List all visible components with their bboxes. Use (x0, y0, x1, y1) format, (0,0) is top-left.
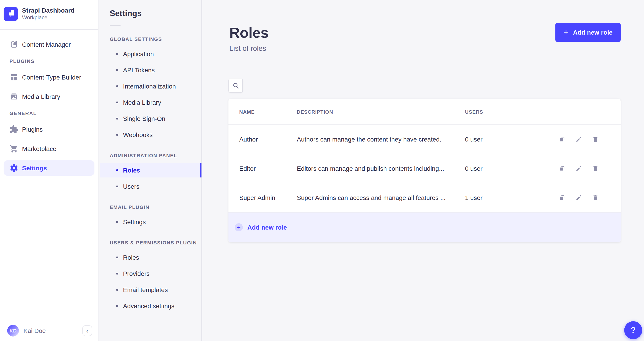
bullet-icon (116, 53, 118, 55)
sidebar-item-plugins[interactable]: Plugins (4, 122, 94, 137)
subnav-list-email-plugin: Settings (98, 215, 202, 229)
user-name: Kai Doe (24, 327, 46, 334)
plus-circle-icon: + (235, 223, 243, 231)
subnav-item-media-library-settings[interactable]: Media Library (100, 95, 200, 110)
table-row-author[interactable]: Author Authors can manage the content th… (228, 125, 620, 154)
role-name: Super Admin (228, 194, 297, 201)
subnav-item-label: Roles (123, 254, 139, 261)
sidebar-section-plugins: PLUGINS (4, 58, 94, 64)
sidebar-item-label: Settings (22, 164, 47, 172)
roles-table: NAME DESCRIPTION USERS Author Authors ca… (228, 99, 620, 242)
role-description: Editors can manage and publish contents … (297, 165, 465, 172)
gear-icon (10, 164, 18, 173)
plus-icon: + (237, 224, 240, 231)
subnav-item-roles[interactable]: Roles (100, 163, 202, 177)
subnav-item-webhooks[interactable]: Webhooks (100, 128, 200, 142)
subnav-item-advanced-settings[interactable]: Advanced settings (100, 299, 200, 313)
plus-icon: + (564, 28, 568, 36)
sidebar-item-label: Plugins (22, 126, 43, 133)
subnav-item-label: Webhooks (123, 131, 153, 138)
role-users-count: 1 user (465, 194, 532, 201)
table-row-super-admin[interactable]: Super Admin Super Admins can access and … (228, 183, 620, 213)
subnav-item-providers[interactable]: Providers (100, 266, 200, 281)
subnav-item-application[interactable]: Application (100, 47, 200, 61)
bullet-icon (116, 305, 118, 307)
subnav-item-internationalization[interactable]: Internationalization (100, 79, 200, 93)
subnav-item-single-sign-on[interactable]: Single Sign-On (100, 111, 200, 126)
delete-role-button[interactable] (592, 194, 599, 201)
duplicate-role-button[interactable] (558, 165, 566, 172)
column-header-description: DESCRIPTION (297, 109, 465, 114)
duplicate-role-button[interactable] (558, 136, 566, 143)
strapi-logo-icon (4, 7, 18, 21)
pencil-icon (575, 165, 582, 172)
subnav-item-label: Single Sign-On (123, 115, 165, 122)
bullet-icon (116, 257, 118, 259)
sidebar-user-bar: KD Kai Doe ‹ (0, 320, 98, 341)
subnav-item-email-settings[interactable]: Settings (100, 215, 200, 229)
subnav-item-label: Internationalization (123, 83, 176, 90)
bullet-icon (116, 221, 118, 223)
page-title: Roles (229, 25, 268, 41)
edit-role-button[interactable] (575, 136, 582, 143)
sidebar-item-content-manager[interactable]: Content Manager (4, 37, 94, 52)
delete-role-button[interactable] (592, 136, 599, 143)
app-title: Strapi Dashboard (22, 6, 74, 14)
bullet-icon (116, 134, 118, 136)
sidebar-item-settings[interactable]: Settings (4, 160, 94, 176)
trash-icon (592, 136, 599, 143)
subnav-list-users-permissions: Roles Providers Email templates Advanced… (98, 250, 202, 313)
subnav-item-label: API Tokens (123, 66, 155, 74)
bullet-icon (116, 273, 118, 275)
duplicate-role-button[interactable] (558, 194, 566, 201)
subnav-item-users[interactable]: Users (100, 179, 200, 194)
add-new-role-label: Add new role (573, 29, 612, 36)
subnav-item-email-templates[interactable]: Email templates (100, 283, 200, 297)
help-button[interactable]: ? (624, 321, 642, 339)
subnav-title-divider (110, 25, 120, 26)
bullet-icon (116, 169, 118, 171)
trash-icon (592, 165, 599, 172)
workspace-name: Workplace (22, 14, 74, 21)
subnav-section-administration-panel: ADMINISTRATION PANEL (110, 153, 202, 158)
sidebar-item-marketplace[interactable]: Marketplace (4, 141, 94, 156)
subnav-section-email-plugin: EMAIL PLUGIN (110, 204, 202, 210)
sidebar-item-content-type-builder[interactable]: Content-Type Builder (4, 70, 94, 85)
edit-role-button[interactable] (575, 165, 582, 172)
avatar[interactable]: KD (7, 325, 19, 337)
edit-role-button[interactable] (575, 194, 582, 201)
table-footer-add-role[interactable]: + Add new role (228, 213, 620, 242)
sidebar-section-general: GENERAL (4, 110, 94, 116)
bullet-icon (116, 85, 118, 87)
chevron-left-icon: ‹ (86, 327, 88, 334)
subnav-item-label: Settings (123, 218, 146, 226)
subnav-item-api-tokens[interactable]: API Tokens (100, 63, 200, 77)
column-header-name: NAME (228, 109, 297, 114)
pencil-icon (575, 194, 582, 201)
main-sidebar: Strapi Dashboard Workplace Content Manag… (0, 0, 98, 341)
duplicate-icon (558, 136, 566, 143)
sidebar-item-label: Media Library (22, 93, 60, 100)
row-actions (532, 136, 620, 143)
subnav-section-users-permissions-plugin: USERS & PERMISSIONS PLUGIN (110, 240, 202, 245)
collapse-sidebar-button[interactable]: ‹ (82, 325, 92, 336)
sidebar-item-label: Marketplace (22, 145, 56, 152)
question-mark-icon: ? (631, 326, 636, 335)
subnav-list-administration-panel: Roles Users (98, 163, 202, 194)
main-content: Roles List of roles + Add new role NAME … (202, 0, 644, 341)
search-button[interactable] (228, 79, 243, 92)
subnav-item-label: Roles (123, 167, 140, 174)
delete-role-button[interactable] (592, 165, 599, 172)
bullet-icon (116, 186, 118, 188)
footer-add-role-label: Add new role (247, 224, 287, 231)
add-new-role-button[interactable]: + Add new role (556, 23, 620, 42)
role-name: Author (228, 136, 297, 143)
subnav-section-global-settings: GLOBAL SETTINGS (110, 36, 202, 42)
layout-icon (10, 73, 18, 82)
subnav-item-up-roles[interactable]: Roles (100, 250, 200, 265)
table-row-editor[interactable]: Editor Editors can manage and publish co… (228, 154, 620, 183)
sidebar-item-label: Content-Type Builder (22, 74, 81, 81)
sidebar-item-media-library[interactable]: Media Library (4, 89, 94, 104)
workspace-switcher[interactable]: Strapi Dashboard Workplace (0, 0, 98, 21)
cart-icon (10, 144, 18, 153)
